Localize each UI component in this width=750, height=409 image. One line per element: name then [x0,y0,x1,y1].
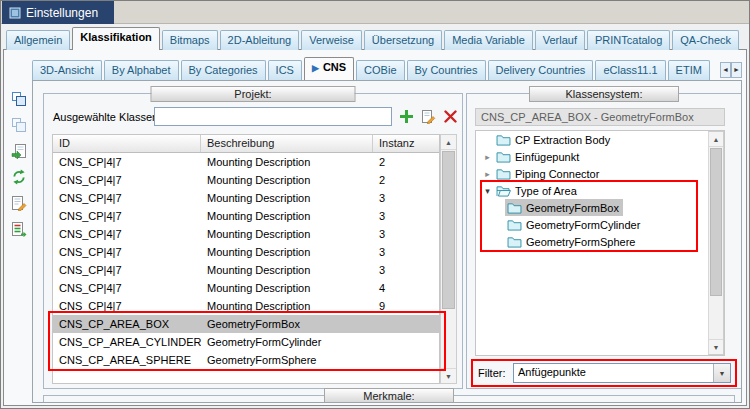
class-tree[interactable]: CP Extraction Body ▸ Einfügepunkt ▸ [475,130,725,356]
subtab-eclass11-1[interactable]: eClass11.1 [595,60,665,80]
table-row[interactable]: CNS_CP|4|7 Mounting Description 2 [53,153,439,171]
tree-item-einfuegepunkt[interactable]: ▸ Einfügepunkt [476,148,724,165]
window-title-tab[interactable]: Einstellungen [2,1,114,24]
tab-scroll-buttons: ◄ ► [720,62,742,78]
settings-icon [9,7,21,19]
table-row[interactable]: CNS_CP|4|7 Mounting Description 3 [53,225,439,243]
column-header-instanz[interactable]: Instanz [373,135,437,152]
table-vertical-scrollbar[interactable]: ▲ ▼ [440,134,457,384]
table-row[interactable]: CNS_CP|4|7 Mounting Description 9 [53,297,439,315]
projekt-group-title: Projekt: [151,86,356,102]
expander-collapsed-icon[interactable]: ▸ [481,169,494,179]
table-row[interactable]: CNS_CP_AREA_CYLINDER GeometryFormCylinde… [53,333,439,351]
scroll-down-icon[interactable]: ▼ [441,368,456,383]
projekt-groupbox: Projekt: Ausgewählte Klassen [43,93,463,389]
subtab-by-categories[interactable]: By Categories [181,60,266,80]
table-row[interactable]: CNS_CP|4|7 Mounting Description 3 [53,243,439,261]
folder-icon [507,236,522,248]
class-search-input[interactable] [154,107,392,126]
scroll-up-icon[interactable]: ▲ [709,132,723,147]
subtab-by-alphabet[interactable]: By Alphabet [104,60,179,80]
window-title: Einstellungen [26,6,98,20]
expander-expanded-icon[interactable]: ▾ [481,186,494,196]
main-tab-strip: Allgemein Klassifikation Bitmaps 2D-Able… [6,27,746,50]
edit-list-icon[interactable] [10,194,28,212]
scrollbar-thumb[interactable] [710,148,722,296]
tree-item-cp-extraction-body[interactable]: CP Extraction Body [476,131,724,148]
subtab-ics[interactable]: ICS [268,60,302,80]
column-header-beschreibung[interactable]: Beschreibung [201,135,373,152]
import-class-icon[interactable] [10,142,28,160]
subtab-cobie[interactable]: COBie [356,60,404,80]
scrollbar-thumb[interactable] [442,151,455,309]
table-row-selected[interactable]: CNS_CP_AREA_BOX GeometryFormBox [53,315,439,333]
table-row[interactable]: CNS_CP|4|7 Mounting Description 3 [53,207,439,225]
expander-collapsed-icon[interactable]: ▸ [481,152,494,162]
left-toolbar [8,90,29,238]
merkmale-groupbox: Merkmale: [43,395,735,403]
cns-panel: Projekt: Ausgewählte Klassen [32,80,742,403]
tab-scroll-right-icon[interactable]: ► [731,62,742,78]
selected-classes-table[interactable]: ID Beschreibung Instanz CNS_CP|4|7 Mount… [52,134,440,384]
folder-icon [496,168,511,180]
tab-bitmaps[interactable]: Bitmaps [162,30,218,50]
tab-verlauf[interactable]: Verlauf [535,30,585,50]
tab-klassifikation[interactable]: Klassifikation [72,27,160,50]
paste-icon[interactable] [10,116,28,134]
tab-printcatalog[interactable]: PRINTcatalog [587,30,670,50]
selected-classes-label: Ausgewählte Klassen [53,111,158,123]
chevron-down-icon[interactable]: ▼ [713,364,730,382]
tab-qa-check[interactable]: QA-Check [672,30,739,50]
tree-vertical-scrollbar[interactable]: ▲ ▼ [708,131,724,355]
remove-class-icon[interactable] [441,107,459,125]
tree-item-geometryformsphere[interactable]: GeometryFormSphere [476,233,724,250]
tab-uebersetzung[interactable]: Übersetzung [364,30,442,50]
tab-scroll-left-icon[interactable]: ◄ [720,62,731,78]
table-row[interactable]: CNS_CP|4|7 Mounting Description 3 [53,189,439,207]
tab-2d-ableitung[interactable]: 2D-Ableitung [220,30,300,50]
table-header: ID Beschreibung Instanz [53,135,439,153]
table-row[interactable]: CNS_CP|4|7 Mounting Description 4 [53,279,439,297]
scroll-down-icon[interactable]: ▼ [709,339,723,354]
refresh-icon[interactable] [10,168,28,186]
window-titlebar: Einstellungen [1,1,749,24]
copy-icon[interactable] [10,90,28,108]
subtab-cns[interactable]: ▶CNS [304,57,354,80]
folder-icon [496,134,511,146]
tab-verweise[interactable]: Verweise [301,30,362,50]
tree-item-piping-connector[interactable]: ▸ Piping Connector [476,165,724,182]
tree-item-geometryformcylinder[interactable]: GeometryFormCylinder [476,216,724,233]
filter-dropdown-value: Anfügepunkte [518,366,712,378]
open-folder-icon [496,185,511,197]
subtab-cns-label: CNS [323,61,346,73]
tree-item-geometryformbox[interactable]: GeometryFormBox [476,199,724,216]
sub-tab-strip: 3D-Ansicht By Alphabet By Categories ICS… [32,57,718,80]
active-tab-arrow-icon: ▶ [312,63,319,73]
filter-dropdown[interactable]: Anfügepunkte ▼ [513,363,731,383]
merkmale-group-title: Merkmale: [324,388,454,403]
subtab-delivery-countries[interactable]: Delivery Countries [488,60,594,80]
klassifikation-page: 3D-Ansicht By Alphabet By Categories ICS… [3,49,747,406]
folder-icon [496,151,511,163]
klassensystem-groupbox: Klassensystem: CNS_CP_AREA_BOX - Geometr… [466,93,742,389]
export-class-icon[interactable] [10,220,28,238]
column-header-id[interactable]: ID [53,135,201,152]
tab-media-variable[interactable]: Media Variable [444,30,533,50]
scroll-up-icon[interactable]: ▲ [441,135,456,150]
tab-allgemein[interactable]: Allgemein [6,30,70,50]
subtab-etim[interactable]: ETIM [668,60,710,80]
add-class-icon[interactable] [397,107,415,125]
edit-class-icon[interactable] [419,107,437,125]
folder-icon [507,202,522,214]
klassensystem-group-title: Klassensystem: [529,86,679,102]
selected-class-header: CNS_CP_AREA_BOX - GeometryFormBox [475,108,725,126]
subtab-3d-ansicht[interactable]: 3D-Ansicht [32,60,102,80]
subtab-by-countries[interactable]: By Countries [407,60,486,80]
table-row[interactable]: CNS_CP_AREA_SPHERE GeometryFormSphere [53,351,439,369]
tree-item-type-of-area[interactable]: ▾ Type of Area [476,182,724,199]
folder-icon [507,219,522,231]
filter-label: Filter: [478,367,506,379]
table-row[interactable]: CNS_CP|4|7 Mounting Description 2 [53,171,439,189]
table-row[interactable]: CNS_CP|4|7 Mounting Description 3 [53,261,439,279]
